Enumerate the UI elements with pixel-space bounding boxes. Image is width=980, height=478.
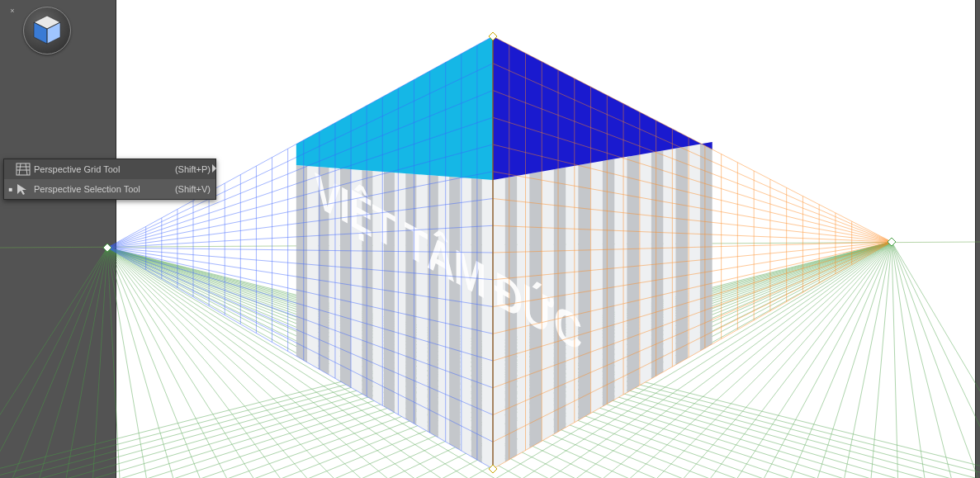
- svg-marker-90: [405, 173, 416, 425]
- svg-rect-213: [17, 163, 30, 175]
- close-icon[interactable]: ×: [8, 7, 17, 15]
- tool-flyout-menu: Perspective Grid Tool (Shift+P) ■ Perspe…: [3, 159, 216, 200]
- svg-marker-87: [438, 176, 449, 444]
- svg-line-71: [892, 242, 898, 478]
- tool-label: Perspective Grid Tool: [32, 164, 168, 174]
- tool-shortcut: (Shift+V): [168, 184, 211, 194]
- svg-line-75: [892, 242, 952, 478]
- svg-marker-89: [416, 174, 427, 431]
- svg-marker-86: [449, 177, 460, 450]
- svg-line-77: [892, 242, 978, 478]
- cube-icon: [24, 7, 70, 54]
- svg-line-14: [107, 248, 147, 478]
- svg-marker-83: [482, 179, 493, 469]
- svg-line-55: [684, 242, 892, 478]
- svg-line-4: [12, 248, 107, 478]
- plane-switching-widget[interactable]: [23, 7, 71, 54]
- svg-line-216: [19, 163, 21, 175]
- svg-line-12: [107, 248, 120, 478]
- perspective-grid-icon: [14, 162, 32, 177]
- svg-marker-110: [603, 159, 615, 406]
- perspective-selection-icon: [14, 182, 32, 196]
- svg-marker-107: [566, 165, 579, 427]
- svg-marker-218: [17, 184, 26, 195]
- svg-line-217: [26, 163, 27, 175]
- svg-marker-85: [460, 177, 471, 457]
- tool-perspective-grid[interactable]: Perspective Grid Tool (Shift+P): [4, 159, 215, 179]
- svg-marker-116: [675, 146, 688, 365]
- svg-marker-101: [493, 177, 505, 469]
- svg-line-69: [871, 242, 892, 478]
- svg-marker-112: [627, 154, 639, 392]
- svg-line-22: [107, 248, 254, 478]
- svg-line-81: [892, 242, 980, 478]
- selected-indicator: ■: [7, 186, 14, 193]
- svg-line-79: [892, 242, 980, 478]
- svg-line-2: [0, 248, 107, 478]
- svg-line-10: [93, 248, 108, 478]
- svg-marker-118: [700, 142, 713, 351]
- chevron-right-icon: [212, 164, 216, 173]
- svg-line-0: [0, 248, 107, 478]
- svg-line-26: [107, 248, 308, 478]
- svg-marker-109: [590, 161, 603, 414]
- svg-line-61: [764, 242, 892, 478]
- svg-marker-88: [428, 175, 438, 438]
- svg-line-73: [892, 242, 925, 478]
- tool-shortcut: (Shift+P): [168, 164, 211, 174]
- svg-line-67: [845, 242, 892, 478]
- svg-marker-84: [471, 178, 482, 462]
- perspective-scene: VIỆT TÂM ĐỨC: [0, 0, 980, 478]
- tool-label: Perspective Selection Tool: [32, 184, 168, 194]
- tool-perspective-selection[interactable]: ■ Perspective Selection Tool (Shift+V): [4, 179, 215, 199]
- svg-line-8: [66, 248, 107, 478]
